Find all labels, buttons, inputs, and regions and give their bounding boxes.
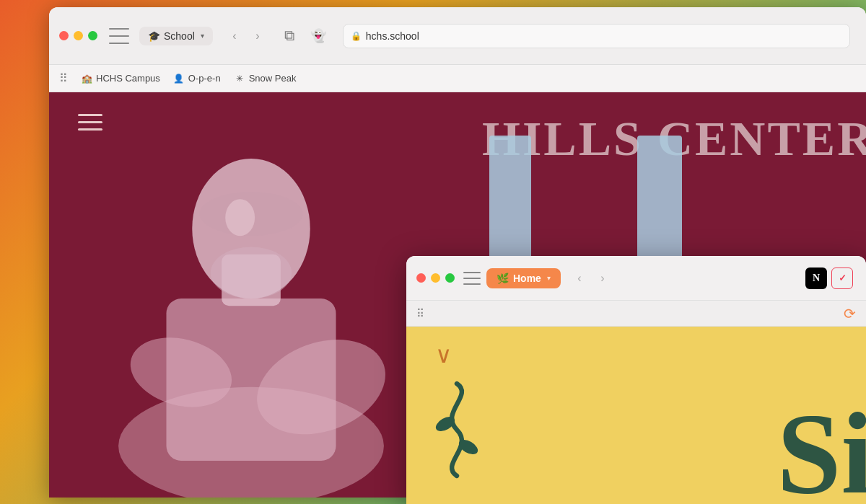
tab-label-front: Home xyxy=(513,273,541,284)
grid-icon-back[interactable]: ⠿ xyxy=(59,71,68,85)
forward-arrow-back[interactable]: › xyxy=(248,26,268,46)
webpage-front: ∨ Si xyxy=(406,327,866,504)
notion-icon[interactable]: N xyxy=(805,268,827,289)
squiggle-svg xyxy=(428,372,486,487)
front-squiggle-decoration xyxy=(428,372,486,497)
svg-point-4 xyxy=(211,247,292,299)
lock-icon: 🔒 xyxy=(351,31,362,41)
bookmark-snow-peak[interactable]: ✳ Snow Peak xyxy=(234,73,297,84)
traffic-lights-back xyxy=(59,31,97,40)
tab-favicon-back: 🎓 xyxy=(148,30,159,42)
chevron-down-icon-back: ▾ xyxy=(201,32,204,40)
ghost-icon-back[interactable]: 👻 xyxy=(307,25,330,48)
pocket-check-icon: ✓ xyxy=(839,273,847,283)
nav-arrows-front: ‹ › xyxy=(569,268,613,288)
address-text-back: hchs.school xyxy=(366,30,419,42)
bookmarks-bar-front: ⠿ ⟳ xyxy=(406,301,866,327)
minimize-button-back[interactable] xyxy=(74,31,83,40)
front-big-si-text: Si xyxy=(777,396,866,504)
bookmarks-bar-back: ⠿ 🏫 HCHS Campus 👤 O-p-e-n ✳ Snow Peak xyxy=(49,65,866,92)
sidebar-toggle-front[interactable] xyxy=(463,272,481,285)
toolbar-icons-back: ⧉ 👻 xyxy=(278,25,330,48)
bookmark-snow-peak-label: Snow Peak xyxy=(249,73,297,84)
nav-arrows-back: ‹ › xyxy=(224,26,268,46)
bookmark-hchs-label: HCHS Campus xyxy=(96,73,160,84)
maximize-button-front[interactable] xyxy=(445,273,455,283)
chevron-down-icon-front: ▾ xyxy=(547,274,551,282)
snow-peak-favicon: ✳ xyxy=(234,73,245,84)
close-button-back[interactable] xyxy=(59,31,69,40)
sidebar-toggle-back[interactable] xyxy=(109,28,129,44)
grid-icon-front[interactable]: ⠿ xyxy=(416,307,424,320)
bookmark-open-label: O-p-e-n xyxy=(188,73,221,84)
orange-swirl-icon[interactable]: ⟳ xyxy=(844,305,856,322)
front-chevron-icon[interactable]: ∨ xyxy=(435,341,452,368)
statue-svg xyxy=(49,92,453,498)
tab-pill-back[interactable]: 🎓 School ▾ xyxy=(139,27,213,45)
back-arrow-back[interactable]: ‹ xyxy=(224,26,245,46)
tab-pill-front[interactable]: 🌿 Home ▾ xyxy=(486,268,561,288)
bookmark-hchs[interactable]: 🏫 HCHS Campus xyxy=(81,73,160,84)
toolbar-icons-front: N ✓ xyxy=(805,268,853,289)
notion-n-icon: N xyxy=(813,273,820,284)
close-button-front[interactable] xyxy=(416,273,426,283)
pocket-icon[interactable]: ✓ xyxy=(831,268,853,289)
hchs-favicon: 🏫 xyxy=(81,73,92,84)
browser-window-front: 🌿 Home ▾ ‹ › N ✓ ⠿ ⟳ xyxy=(406,256,866,504)
statue-image xyxy=(49,92,453,498)
layers-icon-back[interactable]: ⧉ xyxy=(278,25,301,48)
maximize-button-back[interactable] xyxy=(88,31,97,40)
titlebar-front: 🌿 Home ▾ ‹ › N ✓ xyxy=(406,256,866,301)
svg-point-8 xyxy=(225,199,255,236)
tab-favicon-front: 🌿 xyxy=(497,273,509,284)
addressbar-back[interactable]: 🔒 hchs.school xyxy=(343,24,850,48)
open-favicon: 👤 xyxy=(173,73,185,84)
desktop: 🎓 School ▾ ‹ › ⧉ 👻 🔒 hchs.school ⠿ 🏫 xyxy=(0,0,866,504)
titlebar-back: 🎓 School ▾ ‹ › ⧉ 👻 🔒 hchs.school xyxy=(49,7,866,65)
bookmark-open[interactable]: 👤 O-p-e-n xyxy=(173,73,221,84)
minimize-button-front[interactable] xyxy=(431,273,440,283)
traffic-lights-front xyxy=(416,273,455,283)
tab-label-back: School xyxy=(164,30,195,42)
back-arrow-front[interactable]: ‹ xyxy=(569,268,590,288)
forward-arrow-front[interactable]: › xyxy=(592,268,613,288)
